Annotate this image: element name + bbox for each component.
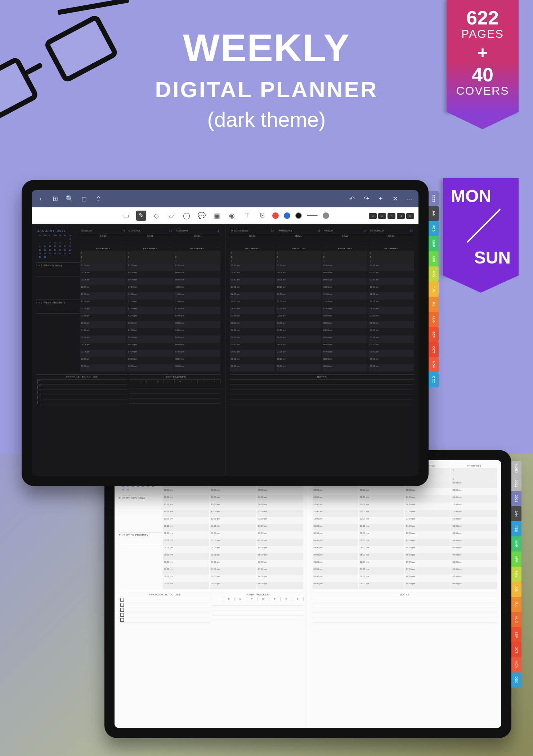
hour-slot[interactable]: 10:00 am [276, 285, 322, 292]
fill-grey[interactable] [323, 212, 329, 219]
hour-slot[interactable]: 09:00 am [276, 278, 322, 285]
color-red[interactable] [272, 212, 279, 219]
hour-slot[interactable]: 11:00 am [127, 292, 174, 300]
hour-slot[interactable]: 11:00 am [276, 292, 322, 300]
hour-slot[interactable]: 09:00 am [174, 278, 221, 285]
day-header[interactable]: FRIDAY14 [322, 228, 368, 234]
hour-slot[interactable]: 08:00 pm [359, 575, 404, 582]
color-blue[interactable] [284, 212, 290, 219]
tab-mar[interactable]: MAR [429, 236, 439, 251]
hour-slot[interactable]: 07:00 am [127, 264, 174, 271]
hour-slot[interactable]: 06:00 pm [359, 560, 404, 567]
hour-slot[interactable]: 05:00 pm [257, 553, 304, 560]
hour-slot[interactable]: 10:00 am [163, 503, 209, 510]
hour-slot[interactable]: 03:00 pm [174, 321, 221, 328]
day-header[interactable]: SUNDAY9 [80, 228, 126, 234]
hour-slot[interactable]: 01:00 pm [405, 524, 451, 531]
hour-slot[interactable]: 09:00 pm [163, 582, 209, 589]
hour-slot[interactable]: 07:00 am [80, 264, 126, 271]
hour-slot[interactable]: 08:00 am [359, 488, 404, 495]
hour-slot[interactable]: 04:00 pm [313, 546, 358, 553]
hour-slot[interactable]: 02:00 pm [174, 314, 221, 321]
hour-slot[interactable]: 08:00 am [313, 488, 358, 495]
hour-slot[interactable]: 02:00 pm [359, 531, 404, 539]
hour-slot[interactable]: 03:00 pm [313, 539, 358, 546]
hour-slot[interactable]: 05:00 pm [276, 336, 322, 343]
grid-icon[interactable]: ⊞ [51, 195, 59, 203]
hour-slot[interactable]: 09:00 am [230, 278, 276, 285]
hour-slot[interactable]: 07:00 pm [127, 350, 174, 357]
hour-slot[interactable]: 02:00 pm [368, 314, 414, 321]
hour-slot[interactable]: 06:00 pm [163, 560, 209, 567]
hour-slot[interactable]: 11:00 am [163, 510, 209, 517]
hour-slot[interactable]: 07:00 am [451, 481, 497, 488]
hour-slot[interactable]: 06:00 pm [368, 343, 414, 350]
hour-slot[interactable]: 04:00 pm [368, 328, 414, 336]
tab-jun[interactable]: JUN [429, 282, 439, 297]
hour-slot[interactable]: 10:00 am [210, 503, 256, 510]
tab-sep[interactable]: SEP [511, 627, 521, 642]
hour-slot[interactable]: 09:00 pm [359, 582, 404, 589]
hour-slot[interactable]: 08:00 am [257, 488, 304, 495]
add-icon[interactable]: + [377, 195, 385, 203]
eraser-tool[interactable]: ◇ [151, 211, 161, 221]
nav-m[interactable]: M [369, 213, 377, 219]
hour-slot[interactable]: 02:00 pm [451, 531, 497, 539]
hour-slot[interactable]: 03:00 pm [276, 321, 322, 328]
hour-slot[interactable]: 04:00 pm [451, 546, 497, 553]
hour-slot[interactable]: 03:00 pm [257, 539, 304, 546]
tab-nov[interactable]: NOV [429, 357, 439, 372]
hour-slot[interactable]: 07:00 pm [276, 350, 322, 357]
hour-slot[interactable]: 12:00 pm [257, 517, 304, 524]
hour-slot[interactable]: 03:00 pm [210, 539, 256, 546]
hour-slot[interactable]: 09:00 am [127, 278, 174, 285]
select-tool[interactable]: ▭ [121, 211, 131, 221]
hour-slot[interactable]: 09:00 am [451, 495, 497, 503]
pen-tool[interactable]: ✎ [136, 211, 146, 221]
hour-slot[interactable]: 01:00 pm [210, 524, 256, 531]
tab-feb[interactable]: FEB [429, 221, 439, 236]
hour-slot[interactable]: 08:00 pm [80, 357, 126, 364]
tab-2023[interactable]: 2023 [511, 491, 521, 506]
hour-slot[interactable]: 04:00 pm [322, 328, 368, 336]
hour-slot[interactable]: 09:00 pm [368, 364, 414, 372]
hour-slot[interactable]: 06:00 pm [210, 560, 256, 567]
hour-slot[interactable]: 02:00 pm [405, 531, 451, 539]
hour-slot[interactable]: 08:00 pm [230, 357, 276, 364]
hour-slot[interactable]: 09:00 am [257, 495, 304, 503]
hour-slot[interactable]: 01:00 pm [276, 307, 322, 314]
hour-slot[interactable]: 01:00 pm [368, 307, 414, 314]
hour-slot[interactable]: 05:00 pm [210, 553, 256, 560]
hour-slot[interactable]: 12:00 pm [451, 517, 497, 524]
hour-slot[interactable]: 09:00 pm [257, 582, 304, 589]
hour-slot[interactable]: 08:00 am [80, 271, 126, 278]
hour-slot[interactable]: 08:00 am [210, 488, 256, 495]
hour-slot[interactable]: 09:00 am [322, 278, 368, 285]
hour-slot[interactable]: 12:00 pm [174, 300, 221, 307]
hour-slot[interactable]: 07:00 pm [80, 350, 126, 357]
hour-slot[interactable]: 01:00 pm [359, 524, 404, 531]
hour-slot[interactable]: 10:00 am [230, 285, 276, 292]
hour-slot[interactable]: 12:00 pm [322, 300, 368, 307]
hour-slot[interactable]: 09:00 pm [322, 364, 368, 372]
hour-slot[interactable]: 01:00 pm [322, 307, 368, 314]
hour-slot[interactable]: 06:00 pm [127, 343, 174, 350]
hour-slot[interactable]: 11:00 am [322, 292, 368, 300]
tab-index[interactable]: INDEX [511, 461, 521, 476]
hour-slot[interactable]: 02:00 pm [322, 314, 368, 321]
nav-prev[interactable]: ◀ [397, 213, 405, 219]
hour-slot[interactable]: 09:00 am [359, 495, 404, 503]
tab-aug[interactable]: AUG [511, 612, 521, 627]
hour-slot[interactable]: 12:00 pm [127, 300, 174, 307]
tab-jul[interactable]: JUL [511, 597, 521, 612]
hour-slot[interactable]: 01:00 pm [174, 307, 221, 314]
hour-slot[interactable]: 08:00 pm [127, 357, 174, 364]
hour-slot[interactable]: 08:00 am [405, 488, 451, 495]
hour-slot[interactable]: 10:00 am [174, 285, 221, 292]
hour-slot[interactable]: 07:00 pm [405, 567, 451, 575]
nav-d[interactable]: D [388, 213, 395, 219]
hour-slot[interactable]: 01:00 pm [257, 524, 304, 531]
hour-slot[interactable]: 10:00 am [405, 503, 451, 510]
hour-slot[interactable]: 07:00 pm [368, 350, 414, 357]
text-tool[interactable]: T [242, 211, 252, 221]
